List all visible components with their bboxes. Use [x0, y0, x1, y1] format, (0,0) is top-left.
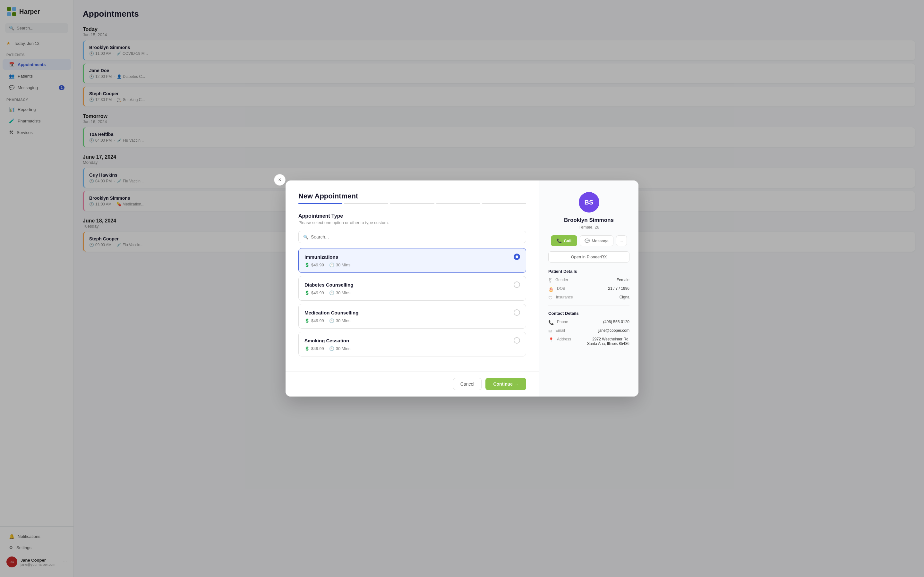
progress-step-3 — [390, 203, 434, 204]
continue-button[interactable]: Continue → — [485, 378, 526, 390]
duration-icon: 🕐 30 Mins — [329, 263, 351, 268]
phone-value: (406) 555-0120 — [603, 319, 630, 324]
option-immunizations[interactable]: Immunizations 💲 $49.99 🕐 30 Mins — [298, 248, 526, 273]
radio-smoking[interactable] — [514, 337, 520, 343]
option-search-field[interactable]: 🔍 — [298, 231, 526, 243]
patient-gender-age: Female, 28 — [548, 225, 630, 229]
progress-step-1 — [298, 203, 342, 204]
location-icon: 📍 — [548, 337, 554, 342]
dob-label: DOB — [557, 286, 605, 291]
modal-form: New Appointment Appointment Type Please … — [286, 181, 539, 371]
gender-icon: ⚧ — [548, 278, 552, 283]
email-label: Email — [556, 328, 595, 333]
patient-name: Brooklyn Simmons — [548, 217, 630, 223]
radio-medication[interactable] — [514, 309, 520, 316]
dob-row: 🎂 DOB 21 / 7 / 1996 — [548, 286, 630, 292]
message-bubble-icon: 💬 — [585, 239, 590, 243]
option-search-input[interactable] — [311, 234, 521, 239]
insurance-label: Insurance — [556, 295, 616, 300]
option-name: Medication Counselling — [304, 310, 359, 316]
option-name: Smoking Cessation — [304, 338, 349, 343]
modal-form-wrapper: New Appointment Appointment Type Please … — [286, 181, 539, 396]
option-diabetes[interactable]: Diabetes Counselling 💲 $49.99 🕐 30 Mins — [298, 276, 526, 301]
option-medication[interactable]: Medication Counselling 💲 $49.99 🕐 30 Min… — [298, 304, 526, 329]
progress-step-4 — [436, 203, 480, 204]
dob-icon: 🎂 — [548, 287, 554, 292]
phone-detail-icon: 📞 — [548, 320, 554, 325]
insurance-row: 🛡 Insurance Cigna — [548, 295, 630, 300]
modal-footer: Cancel Continue → — [286, 371, 539, 396]
progress-step-5 — [482, 203, 526, 204]
search-option-icon: 🔍 — [303, 235, 309, 239]
insurance-value: Cigna — [620, 295, 630, 300]
phone-row: 📞 Phone (406) 555-0120 — [548, 319, 630, 325]
modal-title: New Appointment — [298, 192, 526, 200]
message-button[interactable]: 💬 Message — [580, 235, 614, 246]
patient-avatar: BS — [579, 192, 599, 213]
progress-step-2 — [344, 203, 388, 204]
more-actions-button[interactable]: ··· — [616, 235, 627, 246]
address-label: Address — [557, 337, 584, 342]
phone-icon: 📞 — [557, 239, 562, 243]
address-value: 2972 Westheimer Rd. Santa Ana, Illinois … — [587, 337, 630, 346]
option-meta: 💲 $49.99 🕐 30 Mins — [304, 290, 520, 295]
gender-label: Gender — [556, 277, 614, 282]
modal-patient-panel: BS Brooklyn Simmons Female, 28 📞 Call 💬 … — [539, 181, 638, 396]
patient-details-title: Patient Details — [548, 269, 630, 274]
radio-diabetes[interactable] — [514, 282, 520, 288]
gender-row: ⚧ Gender Female — [548, 277, 630, 283]
gender-value: Female — [617, 277, 630, 282]
modal-close-button[interactable]: × — [274, 174, 286, 185]
contact-details-title: Contact Details — [548, 311, 630, 316]
patient-actions: 📞 Call 💬 Message ··· — [548, 235, 630, 246]
open-in-pionerrx-button[interactable]: Open in PioneerRX — [548, 251, 630, 263]
price-icon: 💲 $49.99 — [304, 263, 324, 268]
option-header: Medication Counselling — [304, 309, 520, 316]
modal-overlay[interactable]: × New Appointment Appointment Type Pleas… — [0, 0, 924, 577]
phone-label: Phone — [557, 319, 600, 324]
insurance-icon: 🛡 — [548, 295, 553, 300]
address-row: 📍 Address 2972 Westheimer Rd. Santa Ana,… — [548, 337, 630, 346]
option-meta: 💲 $49.99 🕐 30 Mins — [304, 346, 520, 351]
option-smoking[interactable]: Smoking Cessation 💲 $49.99 🕐 30 Mins — [298, 332, 526, 356]
option-name: Diabetes Counselling — [304, 282, 354, 287]
option-header: Diabetes Counselling — [304, 282, 520, 288]
form-section-desc: Please select one option or other to typ… — [298, 220, 526, 225]
call-button[interactable]: 📞 Call — [551, 235, 577, 246]
option-header: Immunizations — [304, 253, 520, 260]
email-value: jane@cooper.com — [598, 328, 630, 333]
email-icon: ✉ — [548, 329, 552, 334]
option-header: Smoking Cessation — [304, 337, 520, 343]
option-meta: 💲 $49.99 🕐 30 Mins — [304, 263, 520, 268]
progress-bar — [298, 203, 526, 204]
cancel-button[interactable]: Cancel — [453, 378, 482, 390]
radio-immunizations[interactable] — [514, 253, 520, 260]
modal-container: New Appointment Appointment Type Please … — [286, 181, 638, 396]
dob-value: 21 / 7 / 1996 — [608, 286, 630, 291]
option-name: Immunizations — [304, 254, 338, 259]
email-row: ✉ Email jane@cooper.com — [548, 328, 630, 334]
option-meta: 💲 $49.99 🕐 30 Mins — [304, 318, 520, 323]
form-section-title: Appointment Type — [298, 213, 526, 219]
